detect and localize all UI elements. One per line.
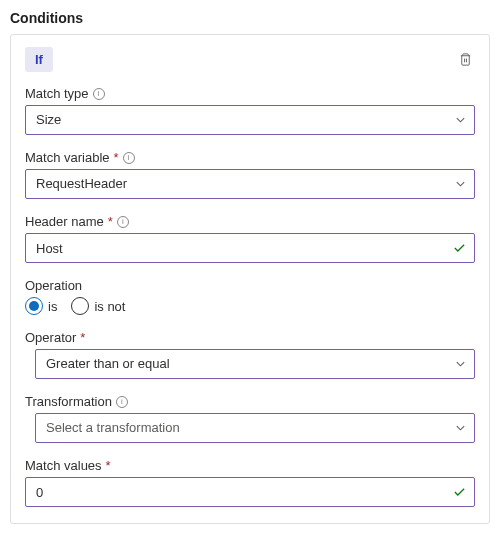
radio-label: is	[48, 299, 57, 314]
operation-is-radio[interactable]: is	[25, 297, 57, 315]
match-values-field: Match values *	[25, 458, 475, 507]
operator-field: Operator * Greater than or equal	[25, 330, 475, 379]
match-variable-label: Match variable * i	[25, 150, 475, 165]
match-type-label: Match type i	[25, 86, 475, 101]
label-text: Transformation	[25, 394, 112, 409]
required-marker: *	[106, 458, 111, 473]
required-marker: *	[80, 330, 85, 345]
label-text: Operation	[25, 278, 82, 293]
header-name-field: Header name * i	[25, 214, 475, 263]
required-marker: *	[114, 150, 119, 165]
label-text: Match type	[25, 86, 89, 101]
radio-icon	[25, 297, 43, 315]
operation-field: Operation is is not	[25, 278, 475, 315]
section-title: Conditions	[10, 10, 490, 26]
info-icon[interactable]: i	[116, 396, 128, 408]
transformation-label: Transformation i	[25, 394, 475, 409]
label-text: Header name	[25, 214, 104, 229]
condition-panel: If Match type i Size Match variable * i …	[10, 34, 490, 524]
operation-is-not-radio[interactable]: is not	[71, 297, 125, 315]
match-type-select[interactable]: Size	[25, 105, 475, 135]
delete-condition-button[interactable]	[456, 50, 475, 69]
panel-header: If	[25, 47, 475, 72]
trash-icon	[458, 52, 473, 67]
transformation-field: Transformation i Select a transformation	[25, 394, 475, 443]
match-values-label: Match values *	[25, 458, 475, 473]
if-chip: If	[25, 47, 53, 72]
info-icon[interactable]: i	[117, 216, 129, 228]
match-values-input[interactable]	[25, 477, 475, 507]
info-icon[interactable]: i	[123, 152, 135, 164]
match-variable-field: Match variable * i RequestHeader	[25, 150, 475, 199]
label-text: Operator	[25, 330, 76, 345]
match-variable-select[interactable]: RequestHeader	[25, 169, 475, 199]
match-type-field: Match type i Size	[25, 86, 475, 135]
radio-label: is not	[94, 299, 125, 314]
operator-select[interactable]: Greater than or equal	[35, 349, 475, 379]
label-text: Match values	[25, 458, 102, 473]
header-name-input[interactable]	[25, 233, 475, 263]
transformation-select[interactable]: Select a transformation	[35, 413, 475, 443]
header-name-label: Header name * i	[25, 214, 475, 229]
label-text: Match variable	[25, 150, 110, 165]
operation-label: Operation	[25, 278, 475, 293]
required-marker: *	[108, 214, 113, 229]
radio-icon	[71, 297, 89, 315]
operator-label: Operator *	[25, 330, 475, 345]
info-icon[interactable]: i	[93, 88, 105, 100]
